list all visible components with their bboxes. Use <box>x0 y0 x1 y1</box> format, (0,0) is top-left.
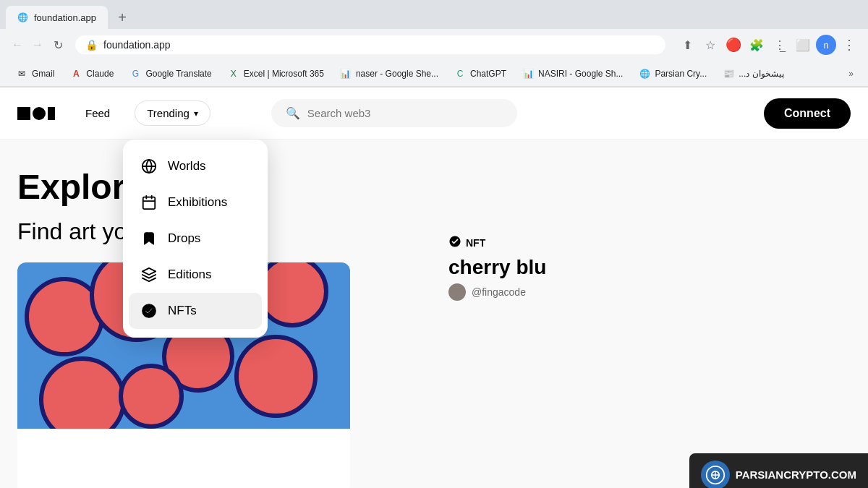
bookmark-naser-sheet-label: naser - Google She... <box>356 69 438 79</box>
nft-badge-label: NFT <box>466 237 485 249</box>
bookmark-icon <box>140 230 158 247</box>
tab-bar: 🌐 foundation.app + <box>0 0 868 29</box>
tab-view-button[interactable]: ⬜ <box>793 35 813 55</box>
nft-info-panel: NFT cherry blu @fingacode <box>448 168 851 301</box>
worlds-label: Worlds <box>168 159 206 174</box>
bookmark-excel-label: Excel | Microsoft 365 <box>244 69 324 79</box>
address-bar-row: ← → ↻ 🔒 foundation.app ⬆ ☆ 🔴 🧩 ⋮̲ ⬜ n ⋮ <box>0 29 868 61</box>
nav-buttons: ← → ↻ <box>9 36 67 53</box>
search-icon: 🔍 <box>286 106 300 120</box>
trending-dropdown-button[interactable]: Trending ▾ <box>135 100 210 126</box>
bookmark-excel[interactable]: X Excel | Microsoft 365 <box>221 65 331 82</box>
excel-favicon: X <box>228 68 239 80</box>
logo-circle <box>33 107 46 120</box>
dropdown-item-exhibitions[interactable]: Exhibitions <box>129 184 262 221</box>
trending-label: Trending <box>147 107 190 119</box>
share-button[interactable]: ⬆ <box>677 35 697 55</box>
trending-chevron-icon: ▾ <box>194 108 198 119</box>
connect-button[interactable]: Connect <box>764 98 851 129</box>
google-translate-favicon: G <box>129 68 141 80</box>
nasiri-sheet-favicon: 📊 <box>522 68 534 80</box>
nft-check-icon <box>448 235 461 250</box>
address-bar[interactable]: 🔒 foundation.app <box>75 35 665 54</box>
exhibitions-label: Exhibitions <box>168 195 227 210</box>
bookmark-claude-label: Claude <box>86 69 114 79</box>
reload-button[interactable]: ↻ <box>49 36 67 53</box>
bookmarks-bar: ✉ Gmail A Claude G Google Translate X Ex… <box>0 61 868 87</box>
layers-icon <box>140 266 158 283</box>
svg-marker-6 <box>142 268 156 275</box>
dropdown-item-drops[interactable]: Drops <box>129 221 262 257</box>
feed-nav-item[interactable]: Feed <box>78 103 117 124</box>
nft-card-title: cherry blu <box>448 256 851 279</box>
browser-tab[interactable]: 🌐 foundation.app <box>6 6 108 29</box>
dropdown-item-worlds[interactable]: Worlds <box>129 148 262 184</box>
url-text: foundation.app <box>103 39 171 51</box>
bookmark-chatgpt[interactable]: C ChatGPT <box>447 65 514 82</box>
bookmark-google-translate[interactable]: G Google Translate <box>122 65 218 82</box>
lock-icon: 🔒 <box>85 39 98 51</box>
logo-square <box>17 107 30 120</box>
browser-actions: ⬆ ☆ 🔴 🧩 ⋮̲ ⬜ n ⋮ <box>677 35 859 55</box>
claude-favicon: A <box>70 68 82 80</box>
bookmark-gmail-label: Gmail <box>32 69 54 79</box>
dropdown-item-nfts[interactable]: NFTs <box>129 293 262 329</box>
dropdown-item-editions[interactable]: Editions <box>129 257 262 293</box>
watermark-text: PARSIANCRYPTO.COM <box>736 468 856 481</box>
bookmark-parsian-crypto-label: Parsian Cry... <box>655 69 707 79</box>
circle-5 <box>119 364 184 429</box>
site-logo[interactable] <box>17 107 55 120</box>
trending-dropdown: Worlds Exhibitions <box>123 140 268 338</box>
circle-6 <box>234 335 318 418</box>
bookmark-nasiri-sheet-label: NASIRI - Google Sh... <box>538 69 623 79</box>
back-button[interactable]: ← <box>9 36 26 53</box>
forward-button[interactable]: → <box>29 36 46 53</box>
logo-rect <box>48 107 55 120</box>
drops-label: Drops <box>168 231 200 246</box>
site-nav: Feed Trending ▾ 🔍 Connect <box>0 87 868 140</box>
gmail-favicon: ✉ <box>16 68 27 80</box>
website-content: Feed Trending ▾ 🔍 Connect Worlds <box>0 87 868 488</box>
bookmark-persian[interactable]: 📰 پیشخوان د... <box>715 65 791 82</box>
circle-4 <box>39 356 126 429</box>
naser-sheet-favicon: 📊 <box>340 68 352 80</box>
persian-favicon: 📰 <box>723 68 734 80</box>
new-tab-button[interactable]: + <box>114 9 131 26</box>
bookmark-gmail[interactable]: ✉ Gmail <box>9 65 61 82</box>
artist-avatar <box>448 283 466 301</box>
search-bar[interactable]: 🔍 <box>271 99 517 127</box>
bookmark-google-translate-label: Google Translate <box>145 69 211 79</box>
bookmark-parsian-crypto[interactable]: 🌐 Parsian Cry... <box>631 65 714 82</box>
bookmark-claude[interactable]: A Claude <box>63 65 121 82</box>
tab-title: foundation.app <box>34 12 96 23</box>
artist-handle: @fingacode <box>472 286 526 298</box>
chrome-menu-button[interactable]: ⋮ <box>839 35 859 55</box>
nft-card-artist: @fingacode <box>448 283 851 301</box>
watermark: PARSIANCRYPTO.COM <box>689 453 868 488</box>
calendar-icon <box>140 194 158 211</box>
bookmarks-overflow-button[interactable]: » <box>843 66 859 82</box>
browser-chrome: 🌐 foundation.app + ← → ↻ 🔒 foundation.ap… <box>0 0 868 87</box>
bookmark-nasiri-sheet[interactable]: 📊 NASIRI - Google Sh... <box>515 65 630 82</box>
chatgpt-favicon: C <box>454 68 466 80</box>
profile-logo-button[interactable]: 🔴 <box>723 35 744 55</box>
bookmark-naser-sheet[interactable]: 📊 naser - Google She... <box>333 65 446 82</box>
nft-badge: NFT <box>448 235 851 250</box>
bookmark-chatgpt-label: ChatGPT <box>470 69 506 79</box>
watermark-logo <box>701 461 730 488</box>
search-input[interactable] <box>307 107 503 119</box>
logo-icon <box>17 107 55 120</box>
dropdown-menu: Worlds Exhibitions <box>123 140 268 338</box>
svg-rect-2 <box>143 197 156 210</box>
nfts-label: NFTs <box>168 304 197 318</box>
globe-icon <box>140 158 158 175</box>
editions-label: Editions <box>168 267 211 282</box>
parsian-crypto-favicon: 🌐 <box>639 68 650 80</box>
check-circle-icon <box>140 302 158 320</box>
extensions-button[interactable]: 🧩 <box>746 35 767 55</box>
profile-button[interactable]: n <box>816 35 836 55</box>
customize-button[interactable]: ⋮̲ <box>770 35 790 55</box>
bookmark-star-button[interactable]: ☆ <box>700 35 720 55</box>
bookmark-persian-label: پیشخوان د... <box>739 69 783 79</box>
